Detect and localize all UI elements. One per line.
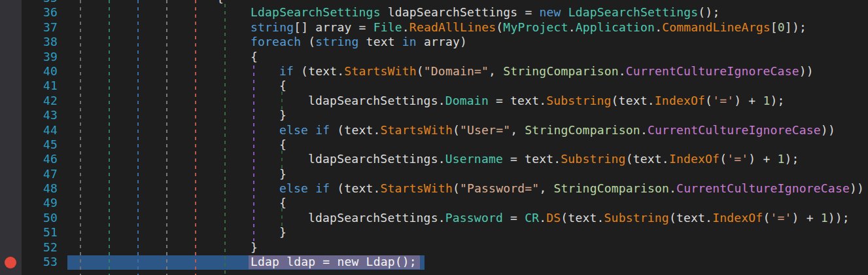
code-line[interactable]: 45{ [0,138,868,152]
code-token: foreach [251,35,301,48]
code-token: (text. [561,211,604,225]
code-line[interactable]: 52} [0,240,868,255]
code-token: "Domain=" [424,64,489,78]
code-token: "Password=" [460,181,539,195]
line-number[interactable]: 48 [0,181,65,196]
code-line-content: ldapSearchSettings.Password = CR.DS(text… [65,211,868,225]
code-token: Password [445,211,503,225]
line-number[interactable]: 50 [0,211,65,225]
line-number[interactable]: 45 [0,138,65,152]
line-number[interactable]: 36 [0,5,65,20]
code-token: IndexOf [669,152,720,166]
code-token: DS [546,211,561,225]
code-text: ldapSearchSettings.Password = CR.DS(text… [308,211,850,225]
line-number[interactable]: 38 [0,35,65,49]
code-line[interactable]: 53Ldap ldap = new Ldap(); [0,255,868,269]
line-number[interactable]: 47 [0,167,65,181]
line-number[interactable]: 51 [0,225,65,240]
line-number[interactable]: 37 [0,20,65,35]
code-line[interactable]: 51} [0,225,868,240]
code-token: IndexOf [655,94,705,107]
line-number[interactable]: 40 [0,64,65,79]
code-line-content [65,269,868,275]
code-line[interactable]: 44else if (text.StartsWith("User=", Stri… [0,123,868,138]
code-line[interactable]: 38foreach (string text in array) [0,35,868,49]
code-line[interactable] [0,269,868,275]
code-token: [ [771,20,778,34]
code-text: { [279,196,286,210]
breakpoint-icon[interactable] [5,257,16,268]
code-line[interactable]: 47} [0,167,868,181]
code-token: ( [720,152,727,166]
code-line-content: { [65,138,868,152]
code-token: = text. [503,152,561,166]
line-number[interactable]: 39 [0,50,65,64]
code-token: ) + [734,94,763,107]
code-token: { [217,0,224,5]
code-text: } [279,108,286,122]
code-line[interactable]: 42ldapSearchSettings.Domain = text.Subst… [0,94,868,108]
code-line[interactable]: 46ldapSearchSettings.Username = text.Sub… [0,152,868,166]
code-token: ); [785,152,799,166]
code-token: { [251,50,258,64]
code-text: foreach (string text in array) [251,35,467,49]
line-number[interactable]: 41 [0,79,65,93]
code-token: ldapSearchSettings = [381,5,540,19]
code-token: , [489,64,503,78]
code-text: else if (text.StartsWith("Password=", St… [279,181,864,196]
code-text: } [279,225,286,240]
code-line[interactable]: 50ldapSearchSettings.Password = CR.DS(te… [0,211,868,225]
code-token: ldapSearchSettings. [308,211,445,225]
code-editor[interactable]: 35{36LdapSearchSettings ldapSearchSettin… [0,0,868,275]
code-token: CurrentCultureIgnoreCase [626,64,799,78]
code-token: CommandLineArgs [662,20,771,34]
code-line-content: { [65,196,868,210]
line-number[interactable]: 42 [0,94,65,108]
code-line[interactable]: 39{ [0,50,868,64]
code-line[interactable]: 48else if (text.StartsWith("Password=", … [0,181,868,196]
line-number[interactable]: 49 [0,196,65,210]
code-token: CurrentCultureIgnoreCase [648,123,821,137]
code-token: . [669,181,676,195]
code-line[interactable]: 37string[] array = File.ReadAllLines(MyP… [0,20,868,35]
code-line-content: ldapSearchSettings.Username = text.Subst… [65,152,868,166]
code-line[interactable]: 35{ [0,0,868,5]
code-line-content: ldapSearchSettings.Domain = text.Substri… [65,94,868,108]
code-line[interactable]: 41{ [0,79,868,93]
code-token: Username [445,152,503,166]
code-text: } [251,240,258,255]
code-token: if [315,181,330,195]
line-number[interactable]: 44 [0,123,65,138]
code-token: '=' [727,152,748,166]
code-token: 1 [777,152,784,166]
code-token: ( [705,94,712,107]
code-token: Domain [445,94,489,107]
code-token: . [655,20,662,34]
code-token: } [279,225,286,239]
line-number[interactable]: 46 [0,152,65,166]
code-line-content: else if (text.StartsWith("Password=", St… [65,181,868,196]
code-token: new [539,5,561,19]
line-number[interactable]: 52 [0,240,65,255]
code-token: CR [525,211,539,225]
code-line[interactable]: 49{ [0,196,868,210]
code-text: { [217,0,224,5]
code-line[interactable]: 40if (text.StartsWith("Domain=", StringC… [0,64,868,79]
code-token: Substring [604,211,669,225]
code-token: , [510,123,525,137]
code-token: text [359,35,402,48]
line-number[interactable]: 43 [0,108,65,122]
code-line-content: foreach (string text in array) [65,35,868,49]
code-text: { [251,50,258,64]
code-token: . [640,123,648,137]
line-number[interactable] [0,269,65,275]
code-token: ldapSearchSettings. [308,152,445,166]
code-token: ); [770,94,784,107]
code-token: string [251,20,294,34]
code-text: ldapSearchSettings.Domain = text.Substri… [308,94,785,108]
code-line[interactable]: 43} [0,108,868,122]
code-line[interactable]: 36LdapSearchSettings ldapSearchSettings … [0,5,868,20]
code-token: = [503,211,525,225]
line-number[interactable]: 35 [0,0,65,5]
code-token: CurrentCultureIgnoreCase [676,181,850,195]
